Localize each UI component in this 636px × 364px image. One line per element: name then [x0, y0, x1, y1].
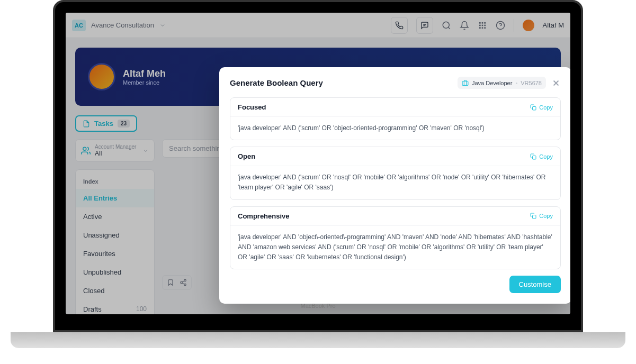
laptop-frame: AC Avance Consultation [53, 0, 583, 332]
boolean-query-modal: Generate Boolean Query Java Developer • … [219, 67, 570, 304]
close-icon [551, 78, 561, 88]
copy-icon [530, 104, 536, 111]
svg-rect-36 [533, 215, 536, 219]
comprehensive-copy-button[interactable]: Copy [530, 213, 553, 219]
open-card: Open Copy 'java developer' AND ('scrum' … [230, 147, 561, 199]
modal-title: Generate Boolean Query [230, 78, 323, 87]
svg-rect-31 [462, 81, 468, 86]
svg-rect-34 [533, 106, 536, 110]
open-title: Open [238, 152, 255, 160]
customise-button[interactable]: Customise [509, 276, 561, 293]
comprehensive-card: Comprehensive Copy 'java developer' AND … [230, 206, 561, 270]
focused-card: Focused Copy 'java developer' AND ('scru… [230, 97, 561, 140]
job-name: Java Developer [472, 80, 512, 86]
copy-icon [530, 153, 536, 160]
job-code: VR5678 [521, 80, 542, 86]
comprehensive-title: Comprehensive [238, 212, 290, 220]
focused-title: Focused [238, 103, 266, 111]
laptop-base [11, 332, 625, 348]
focused-copy-button[interactable]: Copy [530, 104, 553, 111]
svg-rect-35 [533, 156, 536, 159]
copy-icon [530, 213, 536, 219]
job-pill: Java Developer • VR5678 [458, 77, 546, 89]
comprehensive-query: 'java developer' AND 'object\-oriented\-… [230, 226, 560, 269]
open-query: 'java developer' AND ('scrum' OR 'nosql'… [230, 166, 560, 199]
screen: AC Avance Consultation [66, 13, 570, 314]
close-button[interactable] [551, 78, 561, 88]
focused-query: 'java developer' AND ('scrum' OR 'object… [230, 117, 560, 140]
open-copy-button[interactable]: Copy [530, 153, 553, 160]
briefcase-icon [462, 79, 469, 86]
